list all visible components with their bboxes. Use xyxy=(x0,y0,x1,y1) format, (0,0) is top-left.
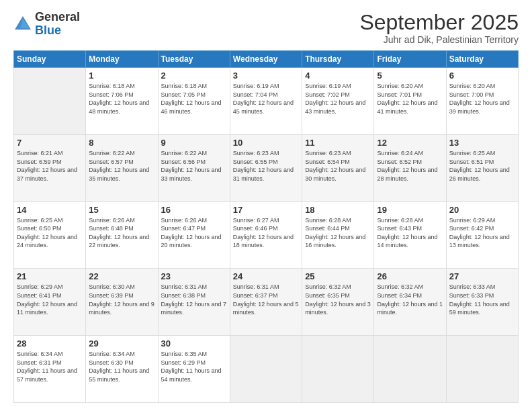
col-header-monday: Monday xyxy=(86,51,158,68)
day-number: 20 xyxy=(449,205,515,215)
day-number: 16 xyxy=(161,205,227,215)
calendar-week-row: 28Sunrise: 6:34 AMSunset: 6:31 PMDayligh… xyxy=(14,336,519,403)
calendar-cell: 5Sunrise: 6:20 AMSunset: 7:01 PMDaylight… xyxy=(374,68,446,135)
calendar-cell: 29Sunrise: 6:34 AMSunset: 6:30 PMDayligh… xyxy=(86,336,158,403)
col-header-wednesday: Wednesday xyxy=(230,51,302,68)
calendar-cell: 30Sunrise: 6:35 AMSunset: 6:29 PMDayligh… xyxy=(158,336,230,403)
calendar-cell: 17Sunrise: 6:27 AMSunset: 6:46 PMDayligh… xyxy=(230,201,302,269)
calendar-cell: 27Sunrise: 6:33 AMSunset: 6:33 PMDayligh… xyxy=(446,269,518,336)
day-number: 10 xyxy=(233,138,299,148)
day-number: 21 xyxy=(17,271,83,281)
calendar-cell: 10Sunrise: 6:23 AMSunset: 6:55 PMDayligh… xyxy=(230,134,302,201)
col-header-thursday: Thursday xyxy=(302,51,374,68)
day-info: Sunrise: 6:28 AMSunset: 6:44 PMDaylight:… xyxy=(305,216,371,250)
day-number: 13 xyxy=(449,138,515,148)
day-number: 23 xyxy=(161,271,227,281)
day-info: Sunrise: 6:19 AMSunset: 7:02 PMDaylight:… xyxy=(305,82,371,116)
day-info: Sunrise: 6:24 AMSunset: 6:52 PMDaylight:… xyxy=(377,149,443,183)
calendar-cell: 15Sunrise: 6:26 AMSunset: 6:48 PMDayligh… xyxy=(86,201,158,269)
calendar-cell xyxy=(230,336,302,403)
col-header-friday: Friday xyxy=(374,51,446,68)
calendar-cell: 12Sunrise: 6:24 AMSunset: 6:52 PMDayligh… xyxy=(374,134,446,201)
calendar-week-row: 21Sunrise: 6:29 AMSunset: 6:41 PMDayligh… xyxy=(14,269,519,336)
calendar-week-row: 1Sunrise: 6:18 AMSunset: 7:06 PMDaylight… xyxy=(14,68,519,135)
day-info: Sunrise: 6:30 AMSunset: 6:39 PMDaylight:… xyxy=(89,283,154,316)
calendar-header-row: SundayMondayTuesdayWednesdayThursdayFrid… xyxy=(14,51,519,68)
calendar-cell: 25Sunrise: 6:32 AMSunset: 6:35 PMDayligh… xyxy=(302,269,374,336)
col-header-tuesday: Tuesday xyxy=(158,51,230,68)
day-number: 1 xyxy=(89,71,154,81)
day-info: Sunrise: 6:32 AMSunset: 6:35 PMDaylight:… xyxy=(305,283,371,316)
day-number: 24 xyxy=(233,271,299,281)
day-info: Sunrise: 6:34 AMSunset: 6:30 PMDaylight:… xyxy=(89,350,154,383)
day-info: Sunrise: 6:21 AMSunset: 6:59 PMDaylight:… xyxy=(17,149,83,183)
calendar-cell: 18Sunrise: 6:28 AMSunset: 6:44 PMDayligh… xyxy=(302,201,374,269)
calendar-cell: 24Sunrise: 6:31 AMSunset: 6:37 PMDayligh… xyxy=(230,269,302,336)
day-number: 12 xyxy=(377,138,443,148)
calendar-cell xyxy=(374,336,446,403)
day-number: 29 xyxy=(89,338,154,349)
calendar-cell: 4Sunrise: 6:19 AMSunset: 7:02 PMDaylight… xyxy=(302,68,374,135)
calendar-cell: 3Sunrise: 6:19 AMSunset: 7:04 PMDaylight… xyxy=(230,68,302,135)
calendar-cell: 9Sunrise: 6:22 AMSunset: 6:56 PMDaylight… xyxy=(158,134,230,201)
day-info: Sunrise: 6:28 AMSunset: 6:43 PMDaylight:… xyxy=(377,216,443,250)
day-info: Sunrise: 6:22 AMSunset: 6:56 PMDaylight:… xyxy=(161,149,227,183)
calendar-cell: 20Sunrise: 6:29 AMSunset: 6:42 PMDayligh… xyxy=(446,201,518,269)
calendar-cell: 14Sunrise: 6:25 AMSunset: 6:50 PMDayligh… xyxy=(14,201,86,269)
day-info: Sunrise: 6:32 AMSunset: 6:34 PMDaylight:… xyxy=(377,283,443,316)
calendar-cell: 1Sunrise: 6:18 AMSunset: 7:06 PMDaylight… xyxy=(86,68,158,135)
calendar-cell: 6Sunrise: 6:20 AMSunset: 7:00 PMDaylight… xyxy=(446,68,518,135)
day-info: Sunrise: 6:34 AMSunset: 6:31 PMDaylight:… xyxy=(17,350,83,383)
calendar-cell: 8Sunrise: 6:22 AMSunset: 6:57 PMDaylight… xyxy=(86,134,158,201)
day-number: 26 xyxy=(377,271,443,281)
day-number: 17 xyxy=(233,205,299,215)
day-info: Sunrise: 6:18 AMSunset: 7:06 PMDaylight:… xyxy=(89,82,154,116)
day-info: Sunrise: 6:23 AMSunset: 6:55 PMDaylight:… xyxy=(233,149,299,183)
logo-icon xyxy=(13,15,32,34)
title-area: September 2025 Juhr ad Dik, Palestinian … xyxy=(359,11,519,45)
day-info: Sunrise: 6:33 AMSunset: 6:33 PMDaylight:… xyxy=(449,283,515,316)
logo: General Blue xyxy=(13,11,80,38)
calendar-cell: 21Sunrise: 6:29 AMSunset: 6:41 PMDayligh… xyxy=(14,269,86,336)
day-number: 18 xyxy=(305,205,371,215)
day-info: Sunrise: 6:20 AMSunset: 7:00 PMDaylight:… xyxy=(449,82,515,116)
day-number: 2 xyxy=(161,71,227,81)
day-info: Sunrise: 6:26 AMSunset: 6:47 PMDaylight:… xyxy=(161,216,227,250)
calendar-cell: 2Sunrise: 6:18 AMSunset: 7:05 PMDaylight… xyxy=(158,68,230,135)
day-info: Sunrise: 6:23 AMSunset: 6:54 PMDaylight:… xyxy=(305,149,371,183)
day-number: 11 xyxy=(305,138,371,148)
subtitle: Juhr ad Dik, Palestinian Territory xyxy=(359,34,519,45)
day-number: 22 xyxy=(89,271,154,281)
day-info: Sunrise: 6:29 AMSunset: 6:42 PMDaylight:… xyxy=(449,216,515,250)
header: General Blue September 2025 Juhr ad Dik,… xyxy=(13,11,519,45)
day-info: Sunrise: 6:25 AMSunset: 6:50 PMDaylight:… xyxy=(17,216,83,250)
day-number: 15 xyxy=(89,205,154,215)
day-info: Sunrise: 6:35 AMSunset: 6:29 PMDaylight:… xyxy=(161,350,227,383)
calendar-cell xyxy=(302,336,374,403)
day-number: 8 xyxy=(89,138,154,148)
day-number: 9 xyxy=(161,138,227,148)
day-info: Sunrise: 6:26 AMSunset: 6:48 PMDaylight:… xyxy=(89,216,154,250)
day-info: Sunrise: 6:29 AMSunset: 6:41 PMDaylight:… xyxy=(17,283,83,316)
calendar-cell: 19Sunrise: 6:28 AMSunset: 6:43 PMDayligh… xyxy=(374,201,446,269)
calendar-cell: 7Sunrise: 6:21 AMSunset: 6:59 PMDaylight… xyxy=(14,134,86,201)
day-info: Sunrise: 6:31 AMSunset: 6:38 PMDaylight:… xyxy=(161,283,227,316)
day-number: 19 xyxy=(377,205,443,215)
calendar-table: SundayMondayTuesdayWednesdayThursdayFrid… xyxy=(13,50,519,403)
day-info: Sunrise: 6:25 AMSunset: 6:51 PMDaylight:… xyxy=(449,149,515,183)
calendar-week-row: 7Sunrise: 6:21 AMSunset: 6:59 PMDaylight… xyxy=(14,134,519,201)
day-number: 25 xyxy=(305,271,371,281)
calendar-cell: 16Sunrise: 6:26 AMSunset: 6:47 PMDayligh… xyxy=(158,201,230,269)
day-info: Sunrise: 6:20 AMSunset: 7:01 PMDaylight:… xyxy=(377,82,443,116)
day-info: Sunrise: 6:31 AMSunset: 6:37 PMDaylight:… xyxy=(233,283,299,316)
day-number: 3 xyxy=(233,71,299,81)
day-number: 5 xyxy=(377,71,443,81)
day-info: Sunrise: 6:27 AMSunset: 6:46 PMDaylight:… xyxy=(233,216,299,250)
calendar-cell: 11Sunrise: 6:23 AMSunset: 6:54 PMDayligh… xyxy=(302,134,374,201)
day-number: 27 xyxy=(449,271,515,281)
month-title: September 2025 xyxy=(359,11,519,34)
calendar-cell: 28Sunrise: 6:34 AMSunset: 6:31 PMDayligh… xyxy=(14,336,86,403)
col-header-sunday: Sunday xyxy=(14,51,86,68)
day-number: 7 xyxy=(17,138,83,148)
day-number: 28 xyxy=(17,338,83,349)
